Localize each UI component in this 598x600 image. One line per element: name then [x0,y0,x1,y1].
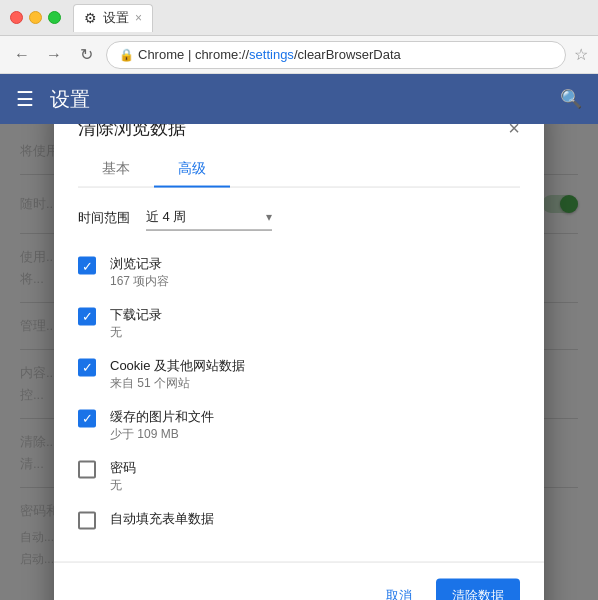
checkbox-item-download_history: ✓下载记录无 [78,298,520,349]
checkbox-label-wrap-cached_images: 缓存的图片和文件少于 109 MB [110,407,214,442]
hamburger-icon[interactable]: ☰ [16,87,34,111]
time-range-row: 时间范围 近 4 周 ▾ [78,204,520,231]
modal-header: 清除浏览数据 × [54,124,544,152]
checkbox-label-cached_images: 缓存的图片和文件 [110,407,214,425]
checkbox-item-cached_images: ✓缓存的图片和文件少于 109 MB [78,399,520,450]
checkbox-item-browsing_history: ✓浏览记录167 项内容 [78,247,520,298]
checkmark-browsing_history: ✓ [82,259,93,272]
checkbox-item-cookies: ✓Cookie 及其他网站数据来自 51 个网站 [78,349,520,400]
checkbox-label-cookies: Cookie 及其他网站数据 [110,357,245,375]
bookmark-button[interactable]: ☆ [574,45,588,64]
checkbox-sublabel-passwords: 无 [110,477,136,494]
modal-body: 时间范围 近 4 周 ▾ ✓浏览记录167 项内容✓下载记录无✓Cookie 及… [54,188,544,554]
time-range-label: 时间范围 [78,208,130,226]
addressbar: ← → ↻ 🔒 Chrome | chrome://settings/clear… [0,36,598,74]
modal-close-button[interactable]: × [508,124,520,138]
checkmark-cached_images: ✓ [82,412,93,425]
checkbox-sublabel-cached_images: 少于 109 MB [110,426,214,443]
checkbox-sublabel-cookies: 来自 51 个网站 [110,375,245,392]
tab-title: 设置 [103,9,129,27]
back-button[interactable]: ← [10,46,34,64]
forward-button[interactable]: → [42,46,66,64]
tab-favicon: ⚙ [84,10,97,26]
checkbox-label-wrap-download_history: 下载记录无 [110,306,162,341]
checkbox-wrap-autofill [78,511,96,529]
checkbox-wrap-download_history: ✓ [78,308,96,326]
checkbox-label-wrap-passwords: 密码无 [110,458,136,493]
tab-advanced[interactable]: 高级 [154,152,230,188]
checkmark-download_history: ✓ [82,310,93,323]
checkbox-sublabel-download_history: 无 [110,324,162,341]
checkbox-wrap-cached_images: ✓ [78,409,96,427]
checkbox-cookies[interactable]: ✓ [78,359,96,377]
time-range-select[interactable]: 近 4 周 ▾ [146,204,272,231]
modal-footer: 取消 清除数据 [54,561,544,600]
maximize-traffic-light[interactable] [48,11,61,24]
checkbox-browsing_history[interactable]: ✓ [78,257,96,275]
url-full: chrome://settings/clearBrowserData [195,47,401,62]
checkbox-label-wrap-cookies: Cookie 及其他网站数据来自 51 个网站 [110,357,245,392]
checkbox-wrap-cookies: ✓ [78,359,96,377]
checkbox-label-download_history: 下载记录 [110,306,162,324]
clear-browser-data-modal: 清除浏览数据 × 基本 高级 时间范围 近 4 周 ▾ ✓浏览记录167 项内容… [54,124,544,600]
checkboxes-container: ✓浏览记录167 项内容✓下载记录无✓Cookie 及其他网站数据来自 51 个… [78,247,520,538]
checkbox-wrap-passwords [78,460,96,478]
checkmark-cookies: ✓ [82,361,93,374]
settings-page-title: 设置 [50,86,90,113]
checkbox-label-browsing_history: 浏览记录 [110,255,169,273]
browser-tab[interactable]: ⚙ 设置 × [73,4,153,32]
secure-icon: 🔒 [119,48,134,62]
checkbox-label-wrap-autofill: 自动填充表单数据 [110,509,214,527]
checkbox-autofill[interactable] [78,511,96,529]
url-highlight: settings [249,47,294,62]
tab-close-btn[interactable]: × [135,11,142,25]
checkbox-passwords[interactable] [78,460,96,478]
cancel-button[interactable]: 取消 [370,578,428,600]
modal-title: 清除浏览数据 [78,124,186,140]
dropdown-arrow-icon: ▾ [266,210,272,224]
minimize-traffic-light[interactable] [29,11,42,24]
checkbox-download_history[interactable]: ✓ [78,308,96,326]
traffic-lights [10,11,61,24]
address-bar-input[interactable]: 🔒 Chrome | chrome://settings/clearBrowse… [106,41,566,69]
modal-tabs: 基本 高级 [78,152,520,188]
checkbox-wrap-browsing_history: ✓ [78,257,96,275]
checkbox-label-passwords: 密码 [110,458,136,476]
settings-search-icon[interactable]: 🔍 [560,88,582,110]
url-protocol-text: Chrome [138,47,184,62]
settings-content: 将使用搜索建议帮您自动完成搜索和网址，并自动发送给 Google 随时... 使… [0,124,598,600]
checkbox-label-autofill: 自动填充表单数据 [110,509,214,527]
checkbox-label-wrap-browsing_history: 浏览记录167 项内容 [110,255,169,290]
settings-header: ☰ 设置 🔍 [0,74,598,124]
checkbox-item-autofill: 自动填充表单数据 [78,501,520,537]
time-range-value: 近 4 周 [146,208,186,226]
titlebar: ⚙ 设置 × [0,0,598,36]
checkbox-item-passwords: 密码无 [78,450,520,501]
refresh-button[interactable]: ↻ [74,45,98,64]
url-protocol: Chrome | chrome://settings/clearBrowserD… [138,47,401,62]
close-traffic-light[interactable] [10,11,23,24]
url-separator: | [188,47,195,62]
clear-data-button[interactable]: 清除数据 [436,578,520,600]
checkbox-cached_images[interactable]: ✓ [78,409,96,427]
checkbox-sublabel-browsing_history: 167 项内容 [110,273,169,290]
tab-basic[interactable]: 基本 [78,152,154,188]
